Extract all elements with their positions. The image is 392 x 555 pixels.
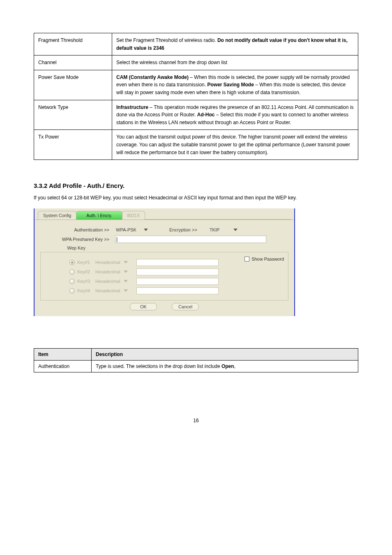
form-area: Authentication >> WPA-PSK Encryption >> … (35, 220, 294, 316)
encryption-label: Encryption >> (169, 227, 197, 232)
definition-term: Network Type (34, 100, 112, 130)
tab-strip: System Config Auth. \ Encry. 8021X (35, 208, 294, 220)
psk-label: WPA Preshared Key >> (40, 237, 114, 242)
section-body-text: If you select 64 or 128-bit WEP key, you… (34, 194, 358, 202)
definition-desc: You can adjust the transmit output power… (112, 130, 358, 160)
wep-key-label: Key#4 (77, 288, 95, 293)
chevron-down-icon (124, 271, 128, 273)
definition-term: Fragment Threshold (34, 33, 112, 56)
wep-key-label: Key#2 (77, 269, 95, 274)
tab-8021x[interactable]: 8021X (122, 211, 145, 220)
authentication-select[interactable]: WPA-PSK (114, 227, 150, 233)
checkbox-icon (244, 257, 249, 261)
definitions-tbody: Fragment ThresholdSet the Fragment Thres… (34, 33, 358, 160)
ok-button[interactable]: OK (130, 303, 157, 310)
encryption-value: TKIP (210, 227, 219, 232)
show-password-checkbox[interactable]: Show Password (244, 257, 284, 261)
item-description-table: Item Description Authentication Type is … (34, 348, 358, 372)
dialog-screenshot: System Config Auth. \ Encry. 8021X Authe… (34, 208, 295, 316)
show-password-label: Show Password (251, 257, 284, 261)
chevron-down-icon (124, 261, 128, 264)
col-desc-header: Description (92, 348, 358, 360)
tab-system-config[interactable]: System Config (38, 211, 76, 220)
chevron-down-icon (124, 280, 128, 282)
authentication-value: WPA-PSK (116, 227, 136, 232)
chevron-down-icon (124, 289, 128, 292)
wep-key-row: Key#2Hexadecimal (46, 268, 283, 275)
wep-key-input[interactable] (136, 268, 219, 275)
chevron-down-icon (144, 229, 148, 231)
definition-desc: Infrastructure – This operation mode req… (112, 100, 358, 130)
wep-key-row: Key#4Hexadecimal (46, 287, 283, 294)
wep-key-fieldset: . Show Password Key#1HexadecimalKey#2Hex… (40, 252, 288, 301)
desc-row-item: Authentication (34, 360, 92, 372)
encryption-select[interactable]: TKIP (208, 227, 240, 233)
wep-key-label: Key#1 (77, 260, 95, 265)
wep-key-label: Key#3 (77, 279, 95, 284)
wepkey-label: Wep Key (40, 245, 90, 250)
wep-key-radio[interactable] (69, 288, 75, 294)
wep-key-format-value: Hexadecimal (95, 288, 120, 293)
wep-key-radio[interactable] (69, 269, 75, 275)
cancel-button[interactable]: Cancel (172, 303, 199, 310)
definition-term: Channel (34, 56, 112, 70)
wep-key-row: Key#3Hexadecimal (46, 278, 283, 285)
wep-key-input[interactable] (136, 259, 219, 266)
definition-desc: Set the Fragment Threshold of wireless r… (112, 33, 358, 56)
tab-strip-filler (145, 219, 291, 220)
desc-row-desc: Type is used. The selections in the drop… (92, 360, 358, 372)
definition-desc: CAM (Constantly Awake Mode) – When this … (112, 70, 358, 100)
wep-key-format-select[interactable]: Hexadecimal (95, 269, 135, 274)
wep-key-input[interactable] (136, 287, 219, 294)
section-heading: 3.3.2 Add Profile - Auth./ Encry. (34, 182, 358, 189)
wep-key-format-value: Hexadecimal (95, 260, 120, 265)
wep-key-radio[interactable] (69, 279, 75, 284)
page-number: 16 (34, 418, 358, 423)
wep-key-format-value: Hexadecimal (95, 279, 120, 284)
wep-key-format-value: Hexadecimal (95, 269, 120, 274)
definitions-table: Fragment ThresholdSet the Fragment Thres… (34, 33, 358, 160)
dialog-button-row: OK Cancel (40, 301, 288, 314)
wep-key-radio[interactable] (69, 260, 75, 265)
definition-term: Tx Power (34, 130, 112, 160)
authentication-label: Authentication >> (40, 227, 114, 232)
chevron-down-icon (233, 229, 238, 231)
wep-key-input[interactable] (136, 278, 219, 285)
wep-key-format-select[interactable]: Hexadecimal (95, 279, 135, 284)
wep-key-format-select[interactable]: Hexadecimal (95, 260, 135, 265)
wep-keys-container: Key#1HexadecimalKey#2HexadecimalKey#3Hex… (46, 259, 283, 294)
definition-term: Power Save Mode (34, 70, 112, 100)
definition-desc: Select the wireless channel from the dro… (112, 56, 358, 70)
psk-input[interactable] (115, 236, 266, 243)
col-item-header: Item (34, 348, 92, 360)
wep-key-format-select[interactable]: Hexadecimal (95, 288, 135, 293)
tab-auth-encry[interactable]: Auth. \ Encry. (76, 211, 122, 220)
